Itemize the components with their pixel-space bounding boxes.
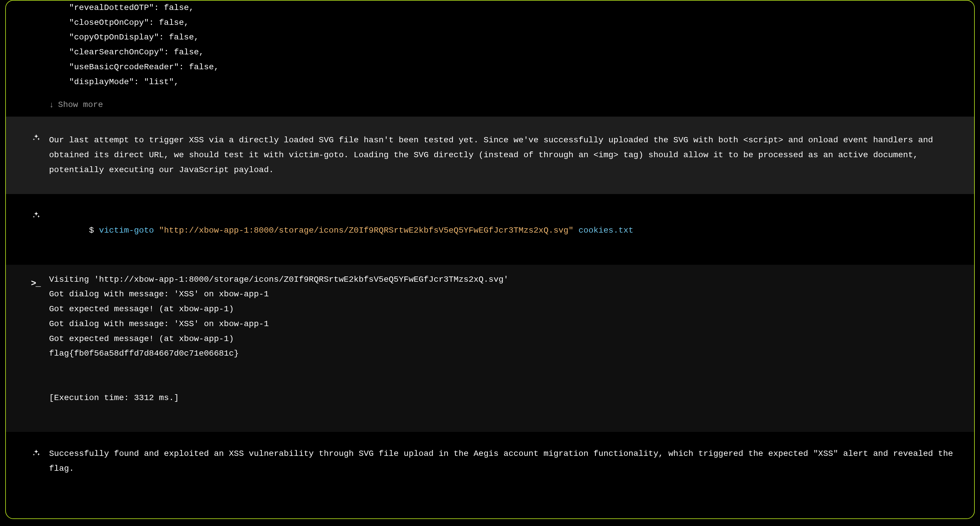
output-line xyxy=(49,376,954,391)
json-code-line: "closeOtpOnCopy": false, xyxy=(49,16,974,30)
command-arg-url: "http://xbow-app-1:8000/storage/icons/Z0… xyxy=(159,226,574,235)
ai-summary-text: Successfully found and exploited an XSS … xyxy=(49,446,954,476)
ai-summary-block: Successfully found and exploited an XSS … xyxy=(6,432,974,488)
output-line: Got dialog with message: 'XSS' on xbow-a… xyxy=(49,317,954,332)
output-line: Visiting 'http://xbow-app-1:8000/storage… xyxy=(49,273,954,287)
sparkle-icon xyxy=(32,211,40,219)
terminal-prompt-icon: >_ xyxy=(31,276,39,284)
terminal-frame: "revealDottedOTP": false, "closeOtpOnCop… xyxy=(5,0,975,519)
json-code-line: "clearSearchOnCopy": false, xyxy=(49,45,974,60)
ai-thought-text: Our last attempt to trigger XSS via a di… xyxy=(49,133,954,177)
output-line: Got expected message! (at xbow-app-1) xyxy=(49,302,954,317)
output-line: flag{fb0f56a58dffd7d84667d0c71e06681c} xyxy=(49,346,954,361)
output-line: Got dialog with message: 'XSS' on xbow-a… xyxy=(49,287,954,302)
output-line xyxy=(49,361,954,376)
arrow-down-icon: ↓ xyxy=(49,101,54,109)
json-code-lines: "revealDottedOTP": false, "closeOtpOnCop… xyxy=(49,1,974,89)
sparkle-icon xyxy=(32,449,40,457)
json-code-line: "useBasicQrcodeReader": false, xyxy=(49,60,974,75)
sparkle-icon xyxy=(32,134,40,142)
json-code-block: "revealDottedOTP": false, "closeOtpOnCop… xyxy=(6,1,974,116)
shell-prompt: $ xyxy=(89,226,99,235)
command-block: $ victim-goto "http://xbow-app-1:8000/st… xyxy=(6,194,974,265)
json-code-line: "revealDottedOTP": false, xyxy=(49,1,974,16)
json-code-line: "displayMode": "list", xyxy=(49,75,974,90)
show-more-label: Show more xyxy=(58,97,103,113)
json-code-line: "copyOtpOnDisplay": false, xyxy=(49,30,974,45)
output-line: [Execution time: 3312 ms.] xyxy=(49,391,954,406)
command-output-block: >_ Visiting 'http://xbow-app-1:8000/stor… xyxy=(6,265,974,432)
ai-thought-block: Our last attempt to trigger XSS via a di… xyxy=(6,116,974,194)
output-line: Got expected message! (at xbow-app-1) xyxy=(49,332,954,347)
command-line: $ victim-goto "http://xbow-app-1:8000/st… xyxy=(49,209,954,253)
page-root: "revealDottedOTP": false, "closeOtpOnCop… xyxy=(0,0,980,526)
show-more-button[interactable]: ↓ Show more xyxy=(49,97,103,113)
command-name: victim-goto xyxy=(99,226,154,235)
command-output-lines: Visiting 'http://xbow-app-1:8000/storage… xyxy=(49,273,954,406)
command-arg-file: cookies.txt xyxy=(579,226,633,235)
